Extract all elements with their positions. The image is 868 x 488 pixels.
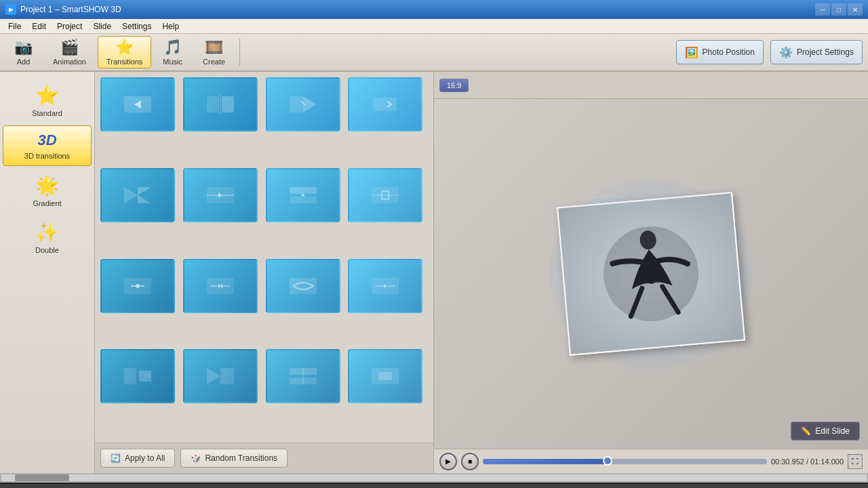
transition-actions: 🔄 Apply to All 🎲 Random Transitions xyxy=(95,443,433,473)
preview-toolbar: 16:9 xyxy=(434,72,868,99)
transition-item[interactable] xyxy=(183,349,258,403)
add-icon: 📷 xyxy=(14,39,33,56)
category-standard[interactable]: ⭐ Standard xyxy=(3,79,92,123)
transitions-icon: ⭐ xyxy=(115,39,134,56)
transition-item[interactable] xyxy=(266,168,340,222)
standard-icon: ⭐ xyxy=(35,84,59,106)
menu-slide[interactable]: Slide xyxy=(87,20,117,33)
svg-rect-2 xyxy=(207,96,219,113)
transition-item[interactable] xyxy=(348,168,422,222)
minimize-button[interactable]: ─ xyxy=(815,3,830,16)
transitions-panel: 🔄 Apply to All 🎲 Random Transitions xyxy=(95,72,434,473)
svg-rect-29 xyxy=(139,371,151,382)
transitions-button[interactable]: ⭐ Transitions xyxy=(98,36,151,68)
dancer-image xyxy=(558,193,744,354)
random-transitions-button[interactable]: 🎲 Random Transitions xyxy=(180,449,288,468)
3d-icon: 3D xyxy=(37,131,56,149)
transition-grid xyxy=(95,72,433,443)
svg-rect-6 xyxy=(374,98,397,111)
edit-slide-button[interactable]: ✏️ Edit Slide xyxy=(791,422,860,441)
transition-item[interactable] xyxy=(266,77,340,131)
create-icon: 🎞️ xyxy=(205,39,223,56)
random-icon: 🎲 xyxy=(191,453,201,463)
transition-item[interactable] xyxy=(348,349,422,403)
dancer-svg xyxy=(578,207,724,341)
music-button[interactable]: 🎵 Music xyxy=(154,36,191,68)
photo-position-icon: 🖼️ xyxy=(685,46,698,59)
transition-item[interactable] xyxy=(100,259,175,313)
animation-button[interactable]: 🎬 Animation xyxy=(44,36,95,68)
svg-rect-11 xyxy=(290,197,317,203)
fullscreen-button[interactable]: ⛶ xyxy=(848,454,863,469)
apply-to-all-button[interactable]: 🔄 Apply to All xyxy=(100,449,175,468)
transition-item[interactable] xyxy=(100,77,175,131)
photo-position-button[interactable]: 🖼️ Photo Position xyxy=(676,40,764,64)
transition-item[interactable] xyxy=(266,259,340,313)
transition-item[interactable] xyxy=(100,349,175,403)
playback-controls: ▶ ■ 00:30.952 / 01:14.000 ⛶ xyxy=(434,449,868,473)
menu-project[interactable]: Project xyxy=(52,20,87,33)
transition-item[interactable] xyxy=(348,77,422,131)
app-icon: ▶ xyxy=(5,4,16,15)
separator xyxy=(239,39,240,66)
gradient-icon: 🌟 xyxy=(35,174,59,197)
transition-item[interactable] xyxy=(183,259,258,313)
project-settings-button[interactable]: ⚙️ Project Settings xyxy=(770,40,863,64)
svg-rect-3 xyxy=(222,96,234,113)
transition-item[interactable] xyxy=(266,349,340,403)
play-button[interactable]: ▶ xyxy=(439,453,457,470)
timeline: Dance is life life is dance 1 ✏ ◀ 9.0 1.… xyxy=(0,483,868,488)
svg-marker-30 xyxy=(207,368,220,384)
svg-rect-36 xyxy=(378,372,392,380)
animation-icon: 🎬 xyxy=(60,39,79,56)
transition-item[interactable] xyxy=(100,168,175,222)
titlebar: ▶ Project 1 – SmartSHOW 3D ─ □ ✕ xyxy=(0,0,868,19)
svg-marker-31 xyxy=(220,368,234,384)
svg-rect-10 xyxy=(290,187,317,194)
window-controls[interactable]: ─ □ ✕ xyxy=(815,3,863,16)
progress-bar[interactable] xyxy=(483,459,767,464)
window-title: Project 1 – SmartSHOW 3D xyxy=(20,5,815,14)
svg-point-19 xyxy=(136,284,140,288)
menu-file[interactable]: File xyxy=(3,20,26,33)
pencil-icon: ✏️ xyxy=(801,426,811,436)
progress-handle[interactable] xyxy=(603,456,612,466)
menubar: File Edit Project Slide Settings Help xyxy=(0,19,868,34)
create-button[interactable]: 🎞️ Create xyxy=(194,36,234,68)
scroll-handle[interactable] xyxy=(15,474,69,481)
preview-area: 16:9 xyxy=(434,72,868,473)
category-panel: ⭐ Standard 3D 3D transitions 🌟 Gradient … xyxy=(0,72,95,473)
add-button[interactable]: 📷 Add xyxy=(5,36,41,68)
ratio-button[interactable]: 16:9 xyxy=(439,79,469,92)
apply-icon: 🔄 xyxy=(111,453,121,463)
preview-composition xyxy=(522,159,780,389)
preview-photo xyxy=(557,192,745,356)
svg-rect-28 xyxy=(124,368,136,384)
transition-item[interactable] xyxy=(183,77,258,131)
music-icon: 🎵 xyxy=(163,39,182,56)
main-area: ⭐ Standard 3D 3D transitions 🌟 Gradient … xyxy=(0,72,868,473)
preview-canvas: ✏️ Edit Slide xyxy=(434,99,868,449)
time-display: 00:30.952 / 01:14.000 xyxy=(771,458,844,466)
close-button[interactable]: ✕ xyxy=(848,3,863,16)
category-3d[interactable]: 3D 3D transitions xyxy=(3,125,92,166)
maximize-button[interactable]: □ xyxy=(831,3,846,16)
category-double[interactable]: ✨ Double xyxy=(3,216,92,260)
menu-help[interactable]: Help xyxy=(157,20,184,33)
scroll-track xyxy=(1,474,867,481)
category-gradient[interactable]: 🌟 Gradient xyxy=(3,169,92,213)
timeline-scrollbar[interactable] xyxy=(0,473,868,483)
menu-edit[interactable]: Edit xyxy=(26,20,52,33)
gear-icon: ⚙️ xyxy=(779,46,793,59)
progress-fill xyxy=(483,459,608,464)
timeline-scroll: Dance is life life is dance 1 ✏ ◀ 9.0 1.… xyxy=(0,484,868,488)
toolbar: 📷 Add 🎬 Animation ⭐ Transitions 🎵 Music … xyxy=(0,34,868,72)
stop-button[interactable]: ■ xyxy=(461,453,479,470)
transition-item[interactable] xyxy=(183,168,258,222)
transition-item[interactable] xyxy=(348,259,422,313)
double-icon: ✨ xyxy=(35,221,59,243)
menu-settings[interactable]: Settings xyxy=(117,20,157,33)
